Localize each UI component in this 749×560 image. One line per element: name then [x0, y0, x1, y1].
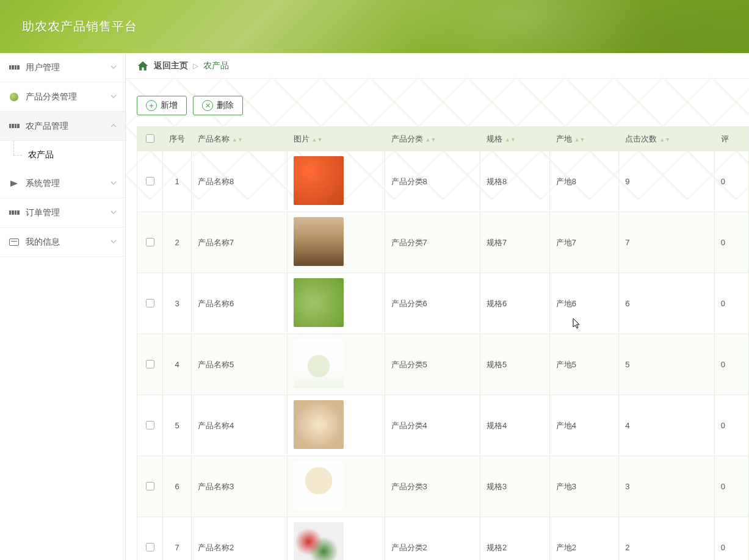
cell-name: 产品名称8: [192, 151, 288, 212]
product-thumbnail[interactable]: [294, 461, 344, 510]
sort-icon: ▲▼: [232, 138, 243, 142]
sidebar-item-profile[interactable]: 我的信息: [0, 228, 125, 257]
row-checkbox[interactable]: [146, 238, 154, 246]
sidebar: 用户管理 产品分类管理 农产品管理 农产品 系统管理: [0, 53, 126, 560]
toolbar: + 新增 ✕ 删除: [126, 79, 749, 126]
table-row: 3产品名称6产品分类6规格6产地660: [137, 273, 749, 334]
row-checkbox[interactable]: [146, 299, 154, 307]
cell-image: [287, 212, 385, 273]
cell-name: 产品名称6: [192, 273, 288, 334]
x-icon: ✕: [202, 100, 213, 111]
cell-clicks: 9: [619, 151, 715, 212]
row-checkbox[interactable]: [146, 177, 154, 185]
col-spec[interactable]: 规格▲▼: [480, 127, 550, 151]
cell-image: [287, 395, 385, 456]
cell-category: 产品分类5: [385, 334, 480, 395]
cell-name: 产品名称4: [192, 395, 288, 456]
product-thumbnail[interactable]: [294, 156, 344, 205]
delete-button[interactable]: ✕ 删除: [193, 96, 243, 115]
cell-origin: 产地3: [549, 456, 619, 517]
grid-icon: [9, 207, 20, 218]
col-index[interactable]: 序号: [163, 127, 192, 151]
table-row: 6产品名称3产品分类3规格3产地330: [137, 456, 749, 517]
row-checkbox[interactable]: [146, 421, 154, 429]
cell-name: 产品名称7: [192, 212, 288, 273]
grid-icon: [9, 62, 20, 73]
product-thumbnail[interactable]: [294, 217, 344, 266]
cell-origin: 产地5: [549, 334, 619, 395]
sidebar-item-label: 我的信息: [26, 237, 110, 248]
sidebar-item-category[interactable]: 产品分类管理: [0, 82, 125, 112]
breadcrumb-home[interactable]: 返回主页: [154, 60, 188, 71]
cell-index: 7: [163, 517, 192, 561]
sidebar-item-label: 产品分类管理: [26, 92, 110, 102]
col-origin[interactable]: 产地▲▼: [549, 127, 619, 151]
cell-category: 产品分类4: [385, 395, 480, 456]
row-checkbox[interactable]: [146, 360, 154, 368]
chevron-down-icon: [110, 209, 117, 217]
cell-image: [287, 273, 385, 334]
app-header: 助农农产品销售平台: [0, 0, 749, 53]
sidebar-item-users[interactable]: 用户管理: [0, 53, 125, 82]
cell-extra: 0: [714, 273, 748, 334]
sidebar-item-system[interactable]: 系统管理: [0, 169, 125, 198]
cell-name: 产品名称3: [192, 456, 288, 517]
cell-spec: 规格5: [480, 334, 550, 395]
select-all-checkbox[interactable]: [146, 134, 154, 143]
breadcrumb-current: 农产品: [203, 60, 229, 71]
row-checkbox[interactable]: [146, 482, 154, 490]
table-row: 1产品名称8产品分类8规格8产地890: [137, 151, 749, 212]
cell-spec: 规格6: [480, 273, 550, 334]
sidebar-item-label: 系统管理: [26, 178, 110, 189]
cell-extra: 0: [714, 456, 748, 517]
cell-index: 1: [163, 151, 192, 212]
sort-icon: ▲▼: [574, 138, 585, 142]
product-thumbnail[interactable]: [294, 278, 344, 327]
cell-extra: 0: [714, 151, 748, 212]
sort-icon: ▲▼: [659, 138, 670, 142]
cell-extra: 0: [714, 517, 748, 561]
cell-clicks: 6: [619, 273, 715, 334]
product-thumbnail[interactable]: [294, 522, 344, 560]
sidebar-item-label: 订单管理: [26, 207, 110, 218]
cell-name: 产品名称5: [192, 334, 288, 395]
cell-image: [287, 517, 385, 561]
flag-icon: [9, 178, 20, 189]
product-thumbnail[interactable]: [294, 400, 344, 449]
data-table-wrap: 序号 产品名称▲▼ 图片▲▼ 产品分类▲▼ 规格▲▼ 产地▲▼ 点击次数▲▼ 评…: [126, 126, 749, 560]
cell-spec: 规格8: [480, 151, 550, 212]
sidebar-item-orders[interactable]: 订单管理: [0, 198, 125, 228]
col-clicks[interactable]: 点击次数▲▼: [619, 127, 715, 151]
table-row: 2产品名称7产品分类7规格7产地770: [137, 212, 749, 273]
chevron-up-icon: [110, 122, 117, 131]
col-image[interactable]: 图片▲▼: [287, 127, 385, 151]
home-icon[interactable]: [137, 60, 149, 72]
cell-clicks: 2: [619, 517, 715, 561]
cell-category: 产品分类7: [385, 212, 480, 273]
cell-origin: 产地6: [549, 273, 619, 334]
col-extra[interactable]: 评: [714, 127, 748, 151]
sort-icon: ▲▼: [312, 138, 323, 142]
sidebar-item-products[interactable]: 农产品管理: [0, 112, 125, 141]
cell-image: [287, 456, 385, 517]
product-thumbnail[interactable]: [294, 339, 344, 388]
col-name[interactable]: 产品名称▲▼: [192, 127, 288, 151]
cell-category: 产品分类8: [385, 151, 480, 212]
delete-label: 删除: [217, 100, 234, 111]
breadcrumb: 返回主页 ▷ 农产品: [126, 53, 749, 79]
table-row: 7产品名称2产品分类2规格2产地220: [137, 517, 749, 561]
cell-origin: 产地7: [549, 212, 619, 273]
cell-clicks: 4: [619, 395, 715, 456]
sidebar-item-label: 农产品管理: [26, 121, 110, 132]
cell-index: 3: [163, 273, 192, 334]
sidebar-subitem-produce[interactable]: 农产品: [0, 141, 125, 169]
col-category[interactable]: 产品分类▲▼: [385, 127, 480, 151]
cell-clicks: 7: [619, 212, 715, 273]
row-checkbox[interactable]: [146, 543, 154, 551]
chevron-down-icon: [110, 238, 117, 246]
cell-index: 2: [163, 212, 192, 273]
add-button[interactable]: + 新增: [137, 96, 187, 115]
cell-extra: 0: [714, 212, 748, 273]
data-table: 序号 产品名称▲▼ 图片▲▼ 产品分类▲▼ 规格▲▼ 产地▲▼ 点击次数▲▼ 评…: [137, 126, 749, 560]
sort-icon: ▲▼: [425, 138, 436, 142]
